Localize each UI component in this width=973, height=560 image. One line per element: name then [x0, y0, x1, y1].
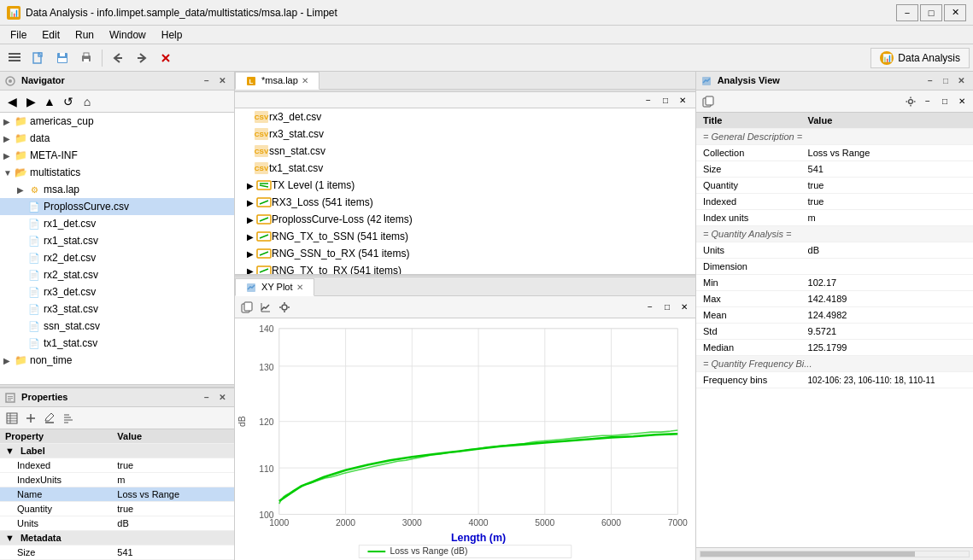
props-table-btn[interactable] [3, 410, 21, 427]
file-item-rng-tx-ssn[interactable]: ▶ RNG_TX_to_SSN (541 items) [235, 228, 695, 245]
tree-item-rx1-det[interactable]: 📄 rx1_det.csv [0, 215, 234, 232]
props-row-indexunits[interactable]: IndexUnits m [0, 473, 234, 487]
close-button[interactable]: ✕ [944, 4, 966, 21]
props-row-name[interactable]: Name Loss vs Range [0, 487, 234, 502]
analysis-min-btn[interactable]: − [920, 94, 935, 109]
file-item-proploss-loss[interactable]: ▶ ProplossCurve-Loss (42 items) [235, 211, 695, 228]
props-row-quantity[interactable]: Quantity true [0, 502, 234, 516]
analysis-max-btn[interactable]: □ [937, 94, 952, 109]
toggle-multistatics[interactable]: ▼ [3, 168, 14, 178]
props-row-indexed[interactable]: Indexed true [0, 458, 234, 473]
toolbar-btn-new[interactable] [27, 48, 50, 68]
toggle-rng-ssn-rx[interactable]: ▶ [247, 249, 254, 259]
nav-home-btn[interactable]: ⌂ [79, 93, 96, 110]
file-item-rx3-stat[interactable]: CSV rx3_stat.csv [235, 125, 695, 143]
analysis-row-median[interactable]: Median 125.1799 [696, 340, 973, 356]
xy-maximize-btn[interactable]: □ [659, 300, 675, 315]
nav-refresh-btn[interactable]: ↺ [60, 93, 77, 110]
toolbar-btn-print[interactable] [75, 48, 97, 68]
analysis-row-collection[interactable]: Collection Loss vs Range [696, 145, 973, 161]
nav-up-btn[interactable]: ▲ [41, 93, 58, 110]
tab-msa-lap-close[interactable]: ✕ [302, 76, 308, 85]
toggle-msa-lap[interactable]: ▶ [17, 185, 27, 195]
toggle-rng-tx-rx[interactable]: ▶ [247, 266, 254, 275]
analysis-row-mean[interactable]: Mean 124.4982 [696, 307, 973, 324]
tree-item-rx2-det[interactable]: 📄 rx2_det.csv [0, 249, 234, 266]
toggle-rng-tx-ssn[interactable]: ▶ [247, 232, 254, 242]
tree-item-data[interactable]: ▶ 📁 data [0, 130, 234, 147]
toggle-non-time[interactable]: ▶ [3, 356, 14, 365]
analysis-row-index-units[interactable]: Index units m [696, 210, 973, 226]
middle-close-btn[interactable]: ✕ [675, 92, 690, 108]
props-group-label[interactable]: ▼ Label [0, 444, 234, 458]
tree-item-proploss[interactable]: 📄 ProplossCurve.csv [0, 198, 234, 215]
file-item-ssn-stat[interactable]: CSV ssn_stat.csv [235, 143, 695, 160]
tree-item-tx1-stat[interactable]: 📄 tx1_stat.csv [0, 335, 234, 352]
props-add-btn[interactable] [22, 410, 39, 427]
menu-window[interactable]: Window [103, 27, 153, 43]
analysis-row-max[interactable]: Max 142.4189 [696, 291, 973, 307]
tree-item-non-time[interactable]: ▶ 📁 non_time [0, 352, 234, 369]
tab-msa-lap[interactable]: L *msa.lap ✕ [235, 72, 319, 90]
tree-item-multistatics[interactable]: ▼ 📂 multistatics [0, 164, 234, 181]
analysis-row-size[interactable]: Size 541 [696, 161, 973, 178]
xy-close-btn[interactable]: ✕ [677, 300, 692, 315]
analysis-row-quantity[interactable]: Quantity true [696, 178, 973, 194]
tab-xy-plot[interactable]: XY Plot ✕ [235, 278, 314, 296]
minimize-button[interactable]: − [896, 4, 918, 21]
tree-item-ssn-stat[interactable]: 📄 ssn_stat.csv [0, 318, 234, 335]
menu-run[interactable]: Run [68, 27, 101, 43]
analysis-row-std[interactable]: Std 9.5721 [696, 324, 973, 340]
analysis-scrollbar-track[interactable] [700, 551, 970, 557]
toolbar-btn-1[interactable] [3, 48, 26, 68]
toolbar-btn-back[interactable] [107, 48, 129, 68]
data-analysis-button[interactable]: 📊 Data Analysis [870, 48, 970, 68]
navigator-close-btn[interactable]: ✕ [215, 74, 229, 88]
props-close-btn[interactable]: ✕ [215, 391, 229, 405]
props-group-metadata[interactable]: ▼ Metadata [0, 531, 234, 545]
toolbar-btn-delete[interactable] [155, 48, 177, 68]
middle-minimize-btn[interactable]: − [641, 92, 656, 108]
file-item-rng-tx-rx[interactable]: ▶ RNG_TX_to_RX (541 items) [235, 262, 695, 275]
xy-copy-btn[interactable] [238, 299, 255, 316]
tree-item-rx1-stat[interactable]: 📄 rx1_stat.csv [0, 232, 234, 249]
analysis-row-freq-bins[interactable]: Frequency bins 102-106: 23, 106-110: 18,… [696, 372, 973, 388]
analysis-copy-btn[interactable] [700, 93, 717, 110]
analysis-close-btn[interactable]: ✕ [954, 74, 968, 88]
tree-item-rx3-det[interactable]: 📄 rx3_det.csv [0, 283, 234, 300]
file-item-rng-ssn-rx[interactable]: ▶ RNG_SSN_to_RX (541 items) [235, 245, 695, 262]
props-row-units[interactable]: Units dB [0, 516, 234, 531]
toolbar-btn-forward[interactable] [131, 48, 153, 68]
analysis-close-panel-btn[interactable]: ✕ [954, 94, 970, 109]
xy-chart-btn[interactable] [257, 299, 274, 316]
tree-item-rx3-stat[interactable]: 📄 rx3_stat.csv [0, 300, 234, 318]
menu-edit[interactable]: Edit [35, 27, 67, 43]
toggle-tx-level[interactable]: ▶ [247, 181, 254, 190]
menu-help[interactable]: Help [155, 27, 190, 43]
analysis-row-units[interactable]: Units dB [696, 242, 973, 259]
tree-item-meta-inf[interactable]: ▶ 📁 META-INF [0, 147, 234, 164]
props-edit-btn[interactable] [41, 410, 58, 427]
toggle-americas-cup[interactable]: ▶ [3, 117, 14, 126]
toggle-proploss-loss[interactable]: ▶ [247, 215, 254, 225]
toggle-meta-inf[interactable]: ▶ [3, 151, 14, 160]
analysis-row-dimension[interactable]: Dimension [696, 259, 973, 275]
xy-settings-btn[interactable] [276, 299, 293, 316]
middle-maximize-btn[interactable]: □ [658, 92, 673, 108]
props-row-size[interactable]: Size 541 [0, 545, 234, 560]
tab-xy-plot-close[interactable]: ✕ [296, 283, 303, 292]
file-item-rx3-det[interactable]: CSV rx3_det.csv [235, 108, 695, 125]
menu-file[interactable]: File [3, 27, 33, 43]
tree-item-americas-cup[interactable]: ▶ 📁 americas_cup [0, 113, 234, 130]
analysis-minimize-btn[interactable]: − [923, 74, 937, 88]
navigator-minimize-btn[interactable]: − [200, 74, 214, 88]
tree-item-msa-lap[interactable]: ▶ ⚙ msa.lap [0, 181, 234, 198]
xy-minimize-btn[interactable]: − [642, 300, 658, 315]
tree-item-rx2-stat[interactable]: 📄 rx2_stat.csv [0, 266, 234, 283]
analysis-row-indexed[interactable]: Indexed true [696, 194, 973, 210]
analysis-settings-btn[interactable] [903, 94, 918, 109]
file-item-tx-level[interactable]: ▶ TX Level (1 items) [235, 177, 695, 194]
file-item-rx3-loss[interactable]: ▶ RX3_Loss (541 items) [235, 194, 695, 211]
toggle-rx3-loss[interactable]: ▶ [247, 198, 254, 207]
file-item-tx1-stat[interactable]: CSV tx1_stat.csv [235, 160, 695, 177]
